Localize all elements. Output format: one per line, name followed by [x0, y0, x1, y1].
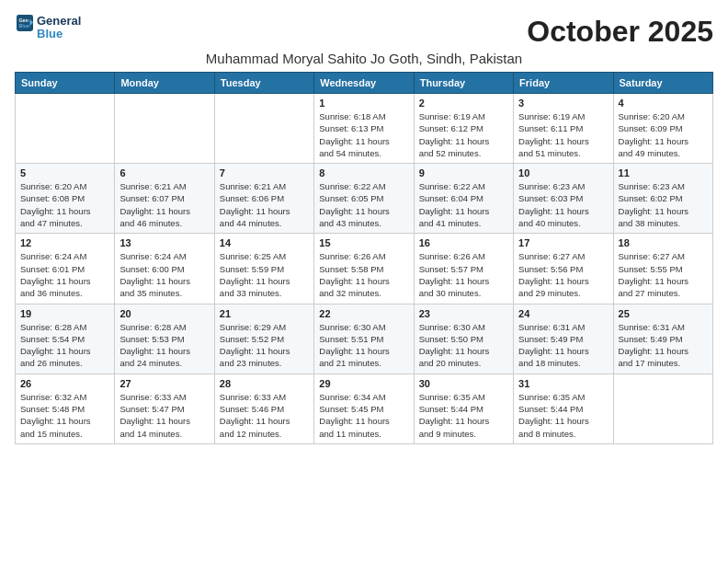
day-info: Sunrise: 6:29 AM Sunset: 5:52 PM Dayligh…: [220, 321, 309, 370]
day-info: Sunrise: 6:20 AM Sunset: 6:09 PM Dayligh…: [619, 110, 708, 159]
calendar-week-row: 1Sunrise: 6:18 AM Sunset: 6:13 PM Daylig…: [16, 94, 713, 164]
day-info: Sunrise: 6:21 AM Sunset: 6:06 PM Dayligh…: [220, 180, 309, 229]
location-title: Muhammad Moryal Sahito Jo Goth, Sindh, P…: [15, 51, 713, 66]
calendar-cell: 23Sunrise: 6:30 AM Sunset: 5:50 PM Dayli…: [414, 304, 513, 373]
logo-icon: Gen Blue: [17, 15, 33, 31]
weekday-header: Tuesday: [214, 73, 313, 94]
day-info: Sunrise: 6:28 AM Sunset: 5:53 PM Dayligh…: [119, 321, 209, 370]
calendar-cell: 29Sunrise: 6:34 AM Sunset: 5:45 PM Dayli…: [314, 373, 414, 443]
calendar-cell: 22Sunrise: 6:30 AM Sunset: 5:51 PM Dayli…: [314, 304, 414, 373]
day-number: 8: [319, 167, 408, 178]
calendar-week-row: 12Sunrise: 6:24 AM Sunset: 6:01 PM Dayli…: [16, 234, 713, 304]
calendar-cell: 13Sunrise: 6:24 AM Sunset: 6:00 PM Dayli…: [115, 234, 214, 304]
day-info: Sunrise: 6:27 AM Sunset: 5:56 PM Dayligh…: [518, 250, 608, 299]
day-number: 26: [20, 378, 109, 389]
calendar-cell: 31Sunrise: 6:35 AM Sunset: 5:44 PM Dayli…: [514, 373, 613, 443]
calendar-week-row: 26Sunrise: 6:32 AM Sunset: 5:48 PM Dayli…: [16, 373, 713, 443]
day-info: Sunrise: 6:34 AM Sunset: 5:45 PM Dayligh…: [319, 391, 408, 440]
day-info: Sunrise: 6:22 AM Sunset: 6:05 PM Dayligh…: [319, 180, 408, 229]
day-number: 9: [419, 167, 508, 178]
day-number: 22: [319, 308, 408, 319]
day-info: Sunrise: 6:21 AM Sunset: 6:07 PM Dayligh…: [119, 180, 209, 229]
calendar-cell: 19Sunrise: 6:28 AM Sunset: 5:54 PM Dayli…: [16, 304, 115, 373]
day-info: Sunrise: 6:19 AM Sunset: 6:12 PM Dayligh…: [419, 110, 508, 159]
day-number: 29: [319, 378, 408, 389]
day-info: Sunrise: 6:23 AM Sunset: 6:03 PM Dayligh…: [518, 180, 608, 229]
calendar-week-row: 5Sunrise: 6:20 AM Sunset: 6:08 PM Daylig…: [16, 164, 713, 234]
calendar-cell: 7Sunrise: 6:21 AM Sunset: 6:06 PM Daylig…: [214, 164, 313, 234]
calendar-cell: 16Sunrise: 6:26 AM Sunset: 5:57 PM Dayli…: [414, 234, 513, 304]
logo-general: General: [37, 15, 81, 28]
day-number: 20: [119, 308, 209, 319]
day-number: 1: [319, 98, 408, 109]
day-number: 15: [319, 237, 408, 248]
day-info: Sunrise: 6:23 AM Sunset: 6:02 PM Dayligh…: [619, 180, 708, 229]
day-number: 5: [20, 167, 109, 178]
calendar-cell: 10Sunrise: 6:23 AM Sunset: 6:03 PM Dayli…: [514, 164, 613, 234]
day-number: 13: [119, 237, 209, 248]
calendar-cell: [16, 94, 115, 164]
calendar-cell: 4Sunrise: 6:20 AM Sunset: 6:09 PM Daylig…: [613, 94, 712, 164]
day-number: 6: [119, 167, 209, 178]
day-info: Sunrise: 6:28 AM Sunset: 5:54 PM Dayligh…: [20, 321, 109, 370]
day-info: Sunrise: 6:19 AM Sunset: 6:11 PM Dayligh…: [518, 110, 608, 159]
svg-text:Gen: Gen: [18, 17, 28, 23]
day-info: Sunrise: 6:18 AM Sunset: 6:13 PM Dayligh…: [319, 110, 408, 159]
day-number: 2: [419, 98, 508, 109]
calendar-cell: 30Sunrise: 6:35 AM Sunset: 5:44 PM Dayli…: [414, 373, 513, 443]
calendar-table: SundayMondayTuesdayWednesdayThursdayFrid…: [15, 72, 713, 444]
logo: Gen Blue General Blue: [15, 15, 81, 41]
weekday-header: Sunday: [16, 73, 115, 94]
day-number: 17: [518, 237, 608, 248]
calendar-cell: 15Sunrise: 6:26 AM Sunset: 5:58 PM Dayli…: [314, 234, 414, 304]
calendar-cell: [613, 373, 712, 443]
day-info: Sunrise: 6:20 AM Sunset: 6:08 PM Dayligh…: [20, 180, 109, 229]
day-info: Sunrise: 6:27 AM Sunset: 5:55 PM Dayligh…: [619, 250, 708, 299]
day-info: Sunrise: 6:22 AM Sunset: 6:04 PM Dayligh…: [419, 180, 508, 229]
day-number: 12: [20, 237, 109, 248]
day-info: Sunrise: 6:24 AM Sunset: 6:00 PM Dayligh…: [119, 250, 209, 299]
calendar-cell: 24Sunrise: 6:31 AM Sunset: 5:49 PM Dayli…: [514, 304, 613, 373]
day-number: 24: [518, 308, 608, 319]
logo-blue: Blue: [37, 28, 81, 40]
weekday-header-row: SundayMondayTuesdayWednesdayThursdayFrid…: [16, 73, 713, 94]
calendar-cell: 6Sunrise: 6:21 AM Sunset: 6:07 PM Daylig…: [115, 164, 214, 234]
calendar-cell: 8Sunrise: 6:22 AM Sunset: 6:05 PM Daylig…: [314, 164, 414, 234]
day-info: Sunrise: 6:24 AM Sunset: 6:01 PM Dayligh…: [20, 250, 109, 299]
day-number: 3: [518, 98, 608, 109]
weekday-header: Wednesday: [314, 73, 414, 94]
calendar-cell: 27Sunrise: 6:33 AM Sunset: 5:47 PM Dayli…: [115, 373, 214, 443]
calendar-week-row: 19Sunrise: 6:28 AM Sunset: 5:54 PM Dayli…: [16, 304, 713, 373]
day-number: 16: [419, 237, 508, 248]
calendar-cell: 17Sunrise: 6:27 AM Sunset: 5:56 PM Dayli…: [514, 234, 613, 304]
day-number: 14: [220, 237, 309, 248]
day-info: Sunrise: 6:32 AM Sunset: 5:48 PM Dayligh…: [20, 391, 109, 440]
day-number: 27: [119, 378, 209, 389]
day-info: Sunrise: 6:35 AM Sunset: 5:44 PM Dayligh…: [518, 391, 608, 440]
calendar-cell: 12Sunrise: 6:24 AM Sunset: 6:01 PM Dayli…: [16, 234, 115, 304]
calendar-cell: 5Sunrise: 6:20 AM Sunset: 6:08 PM Daylig…: [16, 164, 115, 234]
day-info: Sunrise: 6:25 AM Sunset: 5:59 PM Dayligh…: [220, 250, 309, 299]
weekday-header: Thursday: [414, 73, 513, 94]
weekday-header: Monday: [115, 73, 214, 94]
calendar-cell: 11Sunrise: 6:23 AM Sunset: 6:02 PM Dayli…: [613, 164, 712, 234]
day-info: Sunrise: 6:30 AM Sunset: 5:50 PM Dayligh…: [419, 321, 508, 370]
day-number: 10: [518, 167, 608, 178]
day-info: Sunrise: 6:26 AM Sunset: 5:58 PM Dayligh…: [319, 250, 408, 299]
calendar-cell: 3Sunrise: 6:19 AM Sunset: 6:11 PM Daylig…: [514, 94, 613, 164]
day-number: 18: [619, 237, 708, 248]
calendar-cell: 28Sunrise: 6:33 AM Sunset: 5:46 PM Dayli…: [214, 373, 313, 443]
weekday-header: Saturday: [613, 73, 712, 94]
calendar-cell: 25Sunrise: 6:31 AM Sunset: 5:49 PM Dayli…: [613, 304, 712, 373]
calendar-cell: 21Sunrise: 6:29 AM Sunset: 5:52 PM Dayli…: [214, 304, 313, 373]
calendar-cell: 20Sunrise: 6:28 AM Sunset: 5:53 PM Dayli…: [115, 304, 214, 373]
day-number: 30: [419, 378, 508, 389]
calendar-cell: 2Sunrise: 6:19 AM Sunset: 6:12 PM Daylig…: [414, 94, 513, 164]
day-number: 4: [619, 98, 708, 109]
day-number: 7: [220, 167, 309, 178]
day-info: Sunrise: 6:35 AM Sunset: 5:44 PM Dayligh…: [419, 391, 508, 440]
day-info: Sunrise: 6:31 AM Sunset: 5:49 PM Dayligh…: [619, 321, 708, 370]
day-info: Sunrise: 6:31 AM Sunset: 5:49 PM Dayligh…: [518, 321, 608, 370]
day-number: 11: [619, 167, 708, 178]
day-number: 28: [220, 378, 309, 389]
